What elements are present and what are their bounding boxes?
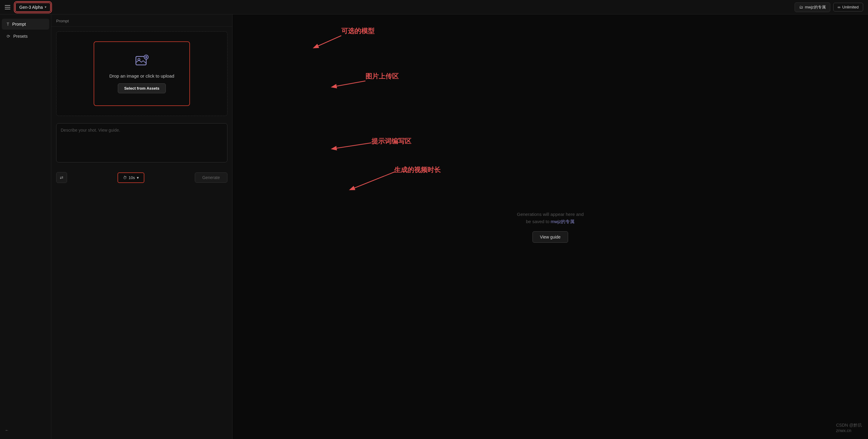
sidebar-label-prompt: Prompt bbox=[12, 22, 26, 27]
prompt-arrow bbox=[329, 138, 377, 153]
svg-line-5 bbox=[314, 36, 341, 48]
annotation-upload-label: 图片上传区 bbox=[366, 72, 399, 81]
main-layout: T Prompt ⟳ Presets ← Prompt bbox=[0, 14, 868, 439]
workspace-name-highlight: mwjz的专属 bbox=[551, 219, 575, 224]
presets-icon: ⟳ bbox=[7, 34, 10, 39]
watermark-text: CSDN @黔玑 bbox=[836, 423, 862, 428]
watermark: CSDN @黔玑 znwx.cn bbox=[836, 423, 862, 433]
svg-line-8 bbox=[350, 171, 396, 190]
workspace-label: mwjz的专属 bbox=[805, 4, 826, 10]
upload-section[interactable]: Drop an image or click to upload Select … bbox=[56, 31, 227, 116]
model-arrow bbox=[311, 33, 347, 51]
workspace-button[interactable]: 🗂 mwjz的专属 bbox=[795, 2, 830, 12]
annotation-duration-label: 生成的视频时长 bbox=[394, 165, 441, 175]
sidebar-collapse-button[interactable]: ← bbox=[0, 425, 51, 435]
collapse-icon: ← bbox=[5, 428, 9, 432]
prompt-icon: T bbox=[7, 22, 9, 27]
content-area: Generations will appear here and be save… bbox=[232, 14, 868, 439]
unlimited-button[interactable]: ∞ Unlimited bbox=[833, 3, 863, 11]
topbar-left: Gen-3 Alpha ▾ bbox=[5, 2, 51, 12]
view-guide-button[interactable]: View guide bbox=[532, 231, 568, 243]
settings-icon: ⇄ bbox=[60, 175, 63, 180]
prompt-section bbox=[56, 123, 227, 164]
sidebar-item-prompt[interactable]: T Prompt bbox=[2, 19, 49, 30]
duration-clock-icon: ⏱ bbox=[123, 176, 127, 180]
menu-icon[interactable] bbox=[5, 5, 10, 9]
watermark-subtext: znwx.cn bbox=[836, 428, 862, 433]
generate-button[interactable]: Generate bbox=[195, 173, 227, 183]
upload-drop-text: Drop an image or click to upload bbox=[109, 73, 174, 79]
settings-button[interactable]: ⇄ bbox=[56, 172, 67, 183]
panel-header-label: Prompt bbox=[56, 19, 69, 23]
prompt-textarea[interactable] bbox=[56, 123, 227, 162]
generate-label: Generate bbox=[203, 175, 220, 180]
select-assets-button[interactable]: Select from Assets bbox=[118, 83, 166, 93]
svg-line-7 bbox=[332, 143, 371, 149]
duration-button[interactable]: ⏱ 10s ▾ bbox=[118, 173, 144, 183]
workspace-icon: 🗂 bbox=[799, 5, 803, 9]
annotation-prompt-label: 提示词编写区 bbox=[371, 137, 411, 146]
model-selector-button[interactable]: Gen-3 Alpha ▾ bbox=[15, 2, 51, 12]
topbar: Gen-3 Alpha ▾ 🗂 mwjz的专属 ∞ Unlimited bbox=[0, 0, 868, 14]
duration-arrow bbox=[347, 168, 402, 193]
svg-line-6 bbox=[332, 81, 366, 87]
panel: Prompt Drop an image or click to upload … bbox=[51, 14, 232, 439]
annotation-model-label: 可选的模型 bbox=[341, 27, 374, 36]
empty-state-text: Generations will appear here and be save… bbox=[517, 211, 584, 225]
view-guide-label: View guide bbox=[540, 234, 561, 240]
sidebar-label-presets: Presets bbox=[13, 34, 28, 39]
sidebar-item-presets[interactable]: ⟳ Presets bbox=[2, 31, 49, 42]
topbar-right: 🗂 mwjz的专属 ∞ Unlimited bbox=[795, 2, 863, 12]
empty-state: Generations will appear here and be save… bbox=[517, 211, 584, 243]
upload-dropzone[interactable]: Drop an image or click to upload Select … bbox=[94, 41, 190, 106]
panel-header: Prompt bbox=[51, 14, 232, 27]
unlimited-label: Unlimited bbox=[842, 5, 859, 9]
upload-image-icon bbox=[135, 54, 149, 68]
unlimited-icon: ∞ bbox=[838, 5, 840, 9]
bottom-controls: ⇄ ⏱ 10s ▾ Generate bbox=[51, 168, 232, 187]
upload-arrow bbox=[329, 75, 371, 93]
sidebar: T Prompt ⟳ Presets ← bbox=[0, 14, 51, 439]
select-assets-label: Select from Assets bbox=[124, 86, 159, 91]
empty-line2: be saved to bbox=[526, 219, 551, 224]
duration-chevron-icon: ▾ bbox=[137, 176, 139, 180]
duration-label: 10s bbox=[129, 176, 135, 180]
empty-line1: Generations will appear here and bbox=[517, 212, 584, 217]
model-name-label: Gen-3 Alpha bbox=[19, 5, 43, 10]
model-chevron-icon: ▾ bbox=[45, 5, 46, 9]
